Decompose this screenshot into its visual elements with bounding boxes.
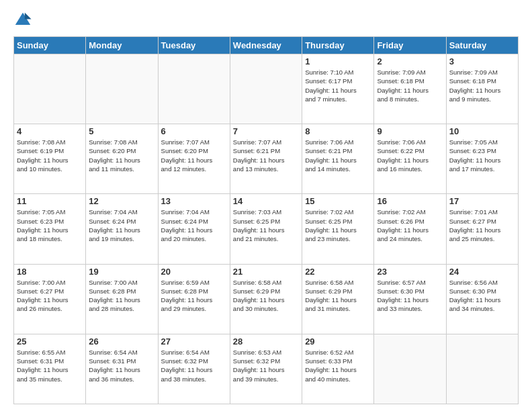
table-row: 19Sunrise: 7:00 AM Sunset: 6:28 PM Dayli… [86,264,158,334]
svg-marker-1 [25,13,32,19]
table-row: 13Sunrise: 7:04 AM Sunset: 6:24 PM Dayli… [158,194,230,264]
day-number: 27 [161,336,227,347]
calendar-day-header: Sunday [14,37,86,54]
day-info: Sunrise: 7:06 AM Sunset: 6:22 PM Dayligh… [377,138,443,173]
day-number: 5 [89,126,154,136]
table-row: 22Sunrise: 6:58 AM Sunset: 6:29 PM Dayli… [302,264,374,334]
calendar-day-header: Tuesday [158,37,230,54]
day-info: Sunrise: 6:55 AM Sunset: 6:31 PM Dayligh… [17,348,83,383]
day-info: Sunrise: 7:06 AM Sunset: 6:21 PM Dayligh… [305,138,371,173]
table-row: 7Sunrise: 7:07 AM Sunset: 6:21 PM Daylig… [230,124,302,194]
day-number: 3 [449,56,515,66]
day-number: 2 [377,56,443,66]
day-info: Sunrise: 7:09 AM Sunset: 6:18 PM Dayligh… [449,68,515,103]
page-header [13,11,519,30]
table-row: 26Sunrise: 6:54 AM Sunset: 6:31 PM Dayli… [86,334,158,404]
table-row: 17Sunrise: 7:01 AM Sunset: 6:27 PM Dayli… [446,194,518,264]
day-info: Sunrise: 7:01 AM Sunset: 6:27 PM Dayligh… [449,208,515,243]
table-row: 21Sunrise: 6:58 AM Sunset: 6:29 PM Dayli… [230,264,302,334]
day-number: 10 [449,126,515,136]
day-number: 13 [161,196,227,206]
day-info: Sunrise: 6:57 AM Sunset: 6:30 PM Dayligh… [377,278,443,314]
calendar-day-header: Monday [86,37,158,54]
table-row [14,54,86,124]
day-info: Sunrise: 6:53 AM Sunset: 6:32 PM Dayligh… [233,348,299,383]
day-info: Sunrise: 7:05 AM Sunset: 6:23 PM Dayligh… [449,138,515,173]
day-info: Sunrise: 7:04 AM Sunset: 6:24 PM Dayligh… [89,208,154,243]
table-row: 16Sunrise: 7:02 AM Sunset: 6:26 PM Dayli… [374,194,446,264]
day-info: Sunrise: 6:56 AM Sunset: 6:30 PM Dayligh… [449,278,515,314]
table-row: 9Sunrise: 7:06 AM Sunset: 6:22 PM Daylig… [374,124,446,194]
day-number: 12 [89,196,154,206]
calendar-week-row: 1Sunrise: 7:10 AM Sunset: 6:17 PM Daylig… [14,54,519,124]
day-number: 9 [377,126,443,136]
day-info: Sunrise: 7:08 AM Sunset: 6:19 PM Dayligh… [17,138,83,173]
logo-icon [13,11,32,30]
table-row: 28Sunrise: 6:53 AM Sunset: 6:32 PM Dayli… [230,334,302,404]
table-row: 25Sunrise: 6:55 AM Sunset: 6:31 PM Dayli… [14,334,86,404]
calendar-week-row: 18Sunrise: 7:00 AM Sunset: 6:27 PM Dayli… [14,264,519,334]
day-number: 7 [233,126,299,136]
day-info: Sunrise: 7:08 AM Sunset: 6:20 PM Dayligh… [89,138,154,173]
day-info: Sunrise: 7:02 AM Sunset: 6:26 PM Dayligh… [377,208,443,243]
day-info: Sunrise: 7:07 AM Sunset: 6:20 PM Dayligh… [161,138,227,173]
table-row: 24Sunrise: 6:56 AM Sunset: 6:30 PM Dayli… [446,264,518,334]
day-info: Sunrise: 6:54 AM Sunset: 6:32 PM Dayligh… [161,348,227,383]
day-number: 23 [377,267,443,277]
table-row: 27Sunrise: 6:54 AM Sunset: 6:32 PM Dayli… [158,334,230,404]
day-number: 17 [449,196,515,206]
table-row: 20Sunrise: 6:59 AM Sunset: 6:28 PM Dayli… [158,264,230,334]
calendar-week-row: 11Sunrise: 7:05 AM Sunset: 6:23 PM Dayli… [14,194,519,264]
table-row: 3Sunrise: 7:09 AM Sunset: 6:18 PM Daylig… [446,54,518,124]
day-number: 26 [89,336,154,347]
day-info: Sunrise: 6:54 AM Sunset: 6:31 PM Dayligh… [89,348,154,383]
day-number: 21 [233,267,299,277]
calendar-header-row: SundayMondayTuesdayWednesdayThursdayFrid… [14,37,519,54]
table-row: 23Sunrise: 6:57 AM Sunset: 6:30 PM Dayli… [374,264,446,334]
calendar-table: SundayMondayTuesdayWednesdayThursdayFrid… [13,36,519,404]
table-row: 11Sunrise: 7:05 AM Sunset: 6:23 PM Dayli… [14,194,86,264]
table-row: 6Sunrise: 7:07 AM Sunset: 6:20 PM Daylig… [158,124,230,194]
table-row: 15Sunrise: 7:02 AM Sunset: 6:25 PM Dayli… [302,194,374,264]
day-info: Sunrise: 7:03 AM Sunset: 6:25 PM Dayligh… [233,208,299,243]
day-number: 18 [17,267,83,277]
table-row: 4Sunrise: 7:08 AM Sunset: 6:19 PM Daylig… [14,124,86,194]
day-number: 11 [17,196,83,206]
day-info: Sunrise: 6:52 AM Sunset: 6:33 PM Dayligh… [305,348,371,383]
table-row [86,54,158,124]
day-number: 6 [161,126,227,136]
table-row [374,334,446,404]
day-info: Sunrise: 6:59 AM Sunset: 6:28 PM Dayligh… [161,278,227,314]
day-number: 24 [449,267,515,277]
calendar-day-header: Wednesday [230,37,302,54]
table-row: 5Sunrise: 7:08 AM Sunset: 6:20 PM Daylig… [86,124,158,194]
table-row: 14Sunrise: 7:03 AM Sunset: 6:25 PM Dayli… [230,194,302,264]
table-row [230,54,302,124]
day-info: Sunrise: 7:04 AM Sunset: 6:24 PM Dayligh… [161,208,227,243]
day-info: Sunrise: 7:07 AM Sunset: 6:21 PM Dayligh… [233,138,299,173]
table-row [158,54,230,124]
day-info: Sunrise: 7:00 AM Sunset: 6:27 PM Dayligh… [17,278,83,314]
table-row: 12Sunrise: 7:04 AM Sunset: 6:24 PM Dayli… [86,194,158,264]
day-info: Sunrise: 7:05 AM Sunset: 6:23 PM Dayligh… [17,208,83,243]
table-row: 8Sunrise: 7:06 AM Sunset: 6:21 PM Daylig… [302,124,374,194]
day-number: 1 [305,56,371,66]
day-number: 20 [161,267,227,277]
calendar-week-row: 25Sunrise: 6:55 AM Sunset: 6:31 PM Dayli… [14,334,519,404]
day-number: 25 [17,336,83,347]
day-info: Sunrise: 6:58 AM Sunset: 6:29 PM Dayligh… [233,278,299,314]
logo [13,11,35,30]
calendar-week-row: 4Sunrise: 7:08 AM Sunset: 6:19 PM Daylig… [14,124,519,194]
table-row: 29Sunrise: 6:52 AM Sunset: 6:33 PM Dayli… [302,334,374,404]
calendar-day-header: Saturday [446,37,518,54]
day-number: 29 [305,336,371,347]
day-number: 22 [305,267,371,277]
day-number: 16 [377,196,443,206]
day-info: Sunrise: 7:10 AM Sunset: 6:17 PM Dayligh… [305,68,371,103]
day-number: 28 [233,336,299,347]
table-row [446,334,518,404]
table-row: 1Sunrise: 7:10 AM Sunset: 6:17 PM Daylig… [302,54,374,124]
day-number: 15 [305,196,371,206]
table-row: 18Sunrise: 7:00 AM Sunset: 6:27 PM Dayli… [14,264,86,334]
calendar-day-header: Friday [374,37,446,54]
